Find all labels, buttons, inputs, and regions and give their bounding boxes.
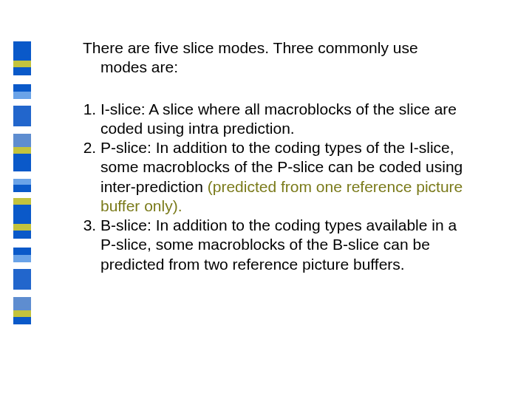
stripe: [13, 185, 31, 192]
stripe: [13, 126, 31, 134]
stripe: [13, 147, 31, 154]
stripe: [13, 67, 31, 75]
list-item: P-slice: In addition to the coding types…: [100, 138, 466, 216]
list-item: B-slice: In addition to the coding types…: [100, 216, 466, 274]
stripe: [13, 255, 31, 262]
stripe: [13, 99, 31, 106]
stripe: [13, 239, 31, 248]
stripe: [13, 134, 31, 147]
stripe: [13, 179, 31, 185]
stripe: [13, 310, 31, 317]
slide-content: There are five slice modes. Three common…: [74, 38, 466, 274]
stripe: [13, 198, 31, 205]
list-item: I-slice: A slice where all macroblocks o…: [100, 100, 466, 139]
stripe: [13, 269, 31, 290]
stripe: [13, 61, 31, 67]
intro-text: There are five slice modes. Three common…: [74, 38, 466, 78]
decorative-stripes: [13, 41, 31, 324]
intro-line-1: There are five slice modes. Three common…: [83, 39, 418, 56]
stripe: [13, 317, 31, 324]
stripe: [13, 297, 31, 310]
stripe: [13, 248, 31, 255]
stripe: [13, 75, 31, 84]
stripe: [13, 262, 31, 269]
slide: There are five slice modes. Three common…: [0, 0, 532, 399]
item-body: A slice where all macroblocks of the sli…: [100, 100, 457, 137]
stripe: [13, 205, 31, 224]
item-prefix: P-slice:: [100, 139, 156, 156]
stripe: [13, 192, 31, 198]
stripe: [13, 154, 31, 171]
item-prefix: I-slice:: [100, 100, 149, 117]
mode-list: I-slice: A slice where all macroblocks o…: [74, 100, 466, 274]
intro-line-2: modes are:: [83, 58, 178, 75]
stripe: [13, 290, 31, 297]
item-prefix: B-slice:: [100, 216, 156, 233]
stripe: [13, 92, 31, 99]
stripe: [13, 41, 31, 61]
stripe: [13, 224, 31, 231]
stripe: [13, 231, 31, 239]
stripe: [13, 106, 31, 126]
stripe: [13, 84, 31, 92]
stripe: [13, 171, 31, 179]
